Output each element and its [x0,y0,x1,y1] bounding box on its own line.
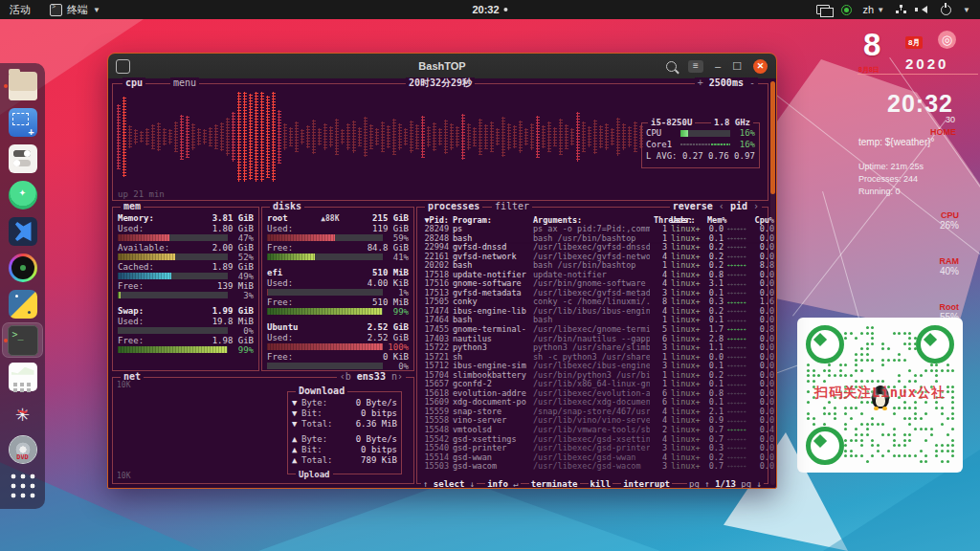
dock-item-app-grid[interactable] [3,469,42,502]
net-device-switcher[interactable]: ‹b ens33 n› [337,371,406,382]
process-row[interactable]: 28249psps ax -o pid:7=Pid:,comm:1linux+0… [417,225,768,234]
process-row[interactable]: 15704slimbookbattery/usr/bin/python3 /us… [417,371,768,381]
process-row[interactable]: 17474ibus-engine-lib/usr/lib/ibus/ibus-e… [417,307,768,317]
process-row[interactable]: 20202bashbash /usr/bin/bashtop1linux+0.2… [417,261,768,271]
dock-item-code[interactable] [3,215,42,249]
conky-stats: Uptime: 21m 25sProcesses: 244Running: 0 [858,161,924,198]
power-icon[interactable] [941,5,951,15]
process-row[interactable]: 17505conkyconky -c /home/linuxmi/.c8linu… [417,298,768,307]
process-row[interactable]: 17455gnome-terminal-/usr/libexec/gnome-t… [417,325,768,335]
info-button[interactable]: info ↵ [485,479,521,489]
new-tab-icon[interactable] [116,59,130,74]
process-row[interactable]: 15503gsd-wacom/usr/libexec/gsd-wacom3lin… [417,462,768,472]
dock-item-lens[interactable] [3,252,42,285]
process-row[interactable]: 15558vino-server/usr/lib/vino/vino-serve… [417,416,768,426]
dock-item-android-studio[interactable] [3,179,42,212]
cpu-graph-column [180,115,184,160]
cpu-graph-column [433,122,436,151]
dock-item-tweaks[interactable] [3,143,42,176]
meter-group-header: Ubuntu2.52 GiB [267,322,409,333]
process-row[interactable]: 15559snap-store/snap/snap-store/467/usr/… [417,408,768,417]
scrollbar-thumb[interactable] [770,81,775,194]
filter-button[interactable]: filter [492,201,532,212]
process-row[interactable]: 15618evolution-addre/usr/libexec/evoluti… [417,389,768,399]
process-row[interactable]: 28248bashbash /usr/bin/bashtop1linux+0.1… [417,234,768,244]
interrupt-button[interactable]: interrupt [621,479,672,489]
hamburger-menu-icon[interactable]: ≡ [688,60,703,73]
processes-box-title[interactable]: processes [425,201,482,212]
conky-clock: 20:32 [858,90,953,118]
interval-control[interactable]: + 2500ms - [695,77,758,88]
qr-dot [908,369,911,372]
process-row[interactable]: 22161gvfsd-network/usr/libexec/gvfsd-net… [417,253,768,262]
page-indicator[interactable]: pg ↑ 1/13 pg ↓ [687,479,764,489]
cpu-box-title[interactable]: cpu [122,77,145,89]
process-row[interactable]: 15540gsd-printer/usr/libexec/gsd-printer… [417,444,768,453]
qr-dot [881,380,884,383]
network-icon[interactable] [896,5,906,14]
input-method-menu[interactable]: zh ▼ [863,4,885,15]
process-row[interactable]: 15514gsd-wwan/usr/libexec/gsd-wwan4linux… [417,453,768,463]
dock-item-files[interactable] [3,70,42,103]
process-row[interactable]: 15721shsh -c python3 /usr/share/1linux+0… [417,353,768,363]
net-prev[interactable]: ‹b [340,371,351,382]
mem-box-title[interactable]: mem [121,201,144,212]
qr-dot [908,417,911,420]
process-row[interactable]: 17464bashbash1linux+0.10.0 [417,316,768,325]
focused-app-menu[interactable]: 终端 ▼ [40,0,110,19]
window-titlebar[interactable]: BashTOP ≡ – ☐ ✕ [108,54,776,78]
search-icon[interactable] [666,61,677,72]
process-row[interactable]: 15722python3python3 /usr/share/slimbo3li… [417,343,768,353]
maximize-button[interactable]: ☐ [732,61,742,71]
qr-dot [893,359,896,362]
close-button[interactable]: ✕ [753,59,768,74]
interval-plus[interactable]: + [698,77,703,88]
process-row[interactable]: 15609xdg-document-po/usr/libexec/xdg-doc… [417,398,768,408]
disks-box-title[interactable]: disks [270,201,304,212]
process-row[interactable]: 17516gnome-software/usr/bin/gnome-softwa… [417,279,768,289]
cpu-total-pct: 16% [734,128,755,138]
qr-dot [866,353,869,356]
process-row[interactable]: 17518update-notifierupdate-notifier4linu… [417,271,768,280]
process-row[interactable]: 17513gvfsd-metadata/usr/libexec/gvfsd-me… [417,289,768,298]
kill-button[interactable]: kill [589,479,613,489]
minimize-button[interactable]: – [715,61,721,71]
process-row[interactable]: 15548vmtoolsd/usr/lib/vmware-tools/sbi2l… [417,426,768,435]
cpu-graph-column [306,125,310,148]
interval-minus[interactable]: - [749,77,755,88]
terminate-button[interactable]: terminate [529,479,580,489]
qr-finder-icon [806,325,844,364]
qr-dot [860,454,863,457]
menu-button[interactable]: menu [170,77,199,89]
process-row[interactable]: 15542gsd-xsettings/usr/libexec/gsd-xsett… [417,435,768,445]
process-row[interactable]: 15712ibus-engine-sim/usr/libexec/ibus-en… [417,362,768,371]
screen-share-icon[interactable] [816,5,830,14]
dock [0,63,45,509]
dock-item-python[interactable] [3,287,42,320]
dock-item-web[interactable] [3,396,42,430]
reverse-button[interactable]: reverse [673,201,713,211]
sort-field-control[interactable]: ‹ pid › [719,201,759,211]
process-row[interactable]: 22994gvfsd-dnssd/usr/libexec/gvfsd-dnssd… [417,243,768,253]
system-menu-chevron-icon[interactable]: ▼ [963,6,970,14]
qr-dot [834,412,836,415]
qr-dot [898,444,901,447]
record-indicator-icon[interactable] [841,5,852,15]
dock-item-dvd[interactable] [3,432,42,466]
terminal-scrollbar[interactable] [770,81,775,485]
qr-dot [898,332,901,335]
net-next[interactable]: n› [391,371,403,382]
qr-dot [920,374,923,377]
tweaks-icon [9,144,37,173]
volume-icon[interactable] [918,6,927,13]
qr-dot [871,380,874,383]
dock-item-terminal[interactable] [3,323,42,357]
dock-item-calculator[interactable] [3,360,42,393]
clock-menu[interactable]: 20:32 [472,4,507,15]
process-row[interactable]: 17403nautilus/usr/bin/nautilus --gappl6l… [417,335,768,344]
process-row[interactable]: 15657gconfd-2/usr/lib/x86_64-linux-gnu1l… [417,380,768,389]
activities-button[interactable]: 活动 [0,0,40,19]
select-button[interactable]: ↑ select ↓ [421,479,477,489]
dock-item-screenshot[interactable] [3,106,42,140]
qr-dot [935,450,938,452]
